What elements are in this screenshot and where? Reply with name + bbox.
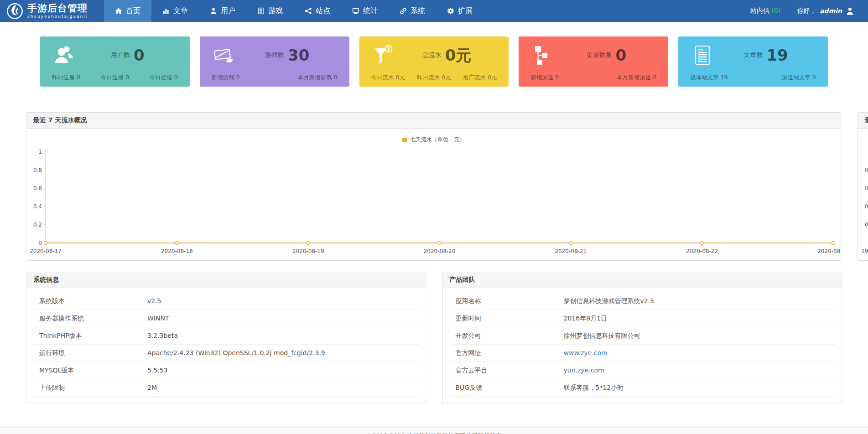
stat-card-substat: 昨日流水 0元 <box>417 74 451 82</box>
info-row: MYSQL版本5.5.53 <box>33 362 419 379</box>
share-icon <box>305 7 312 15</box>
legend-swatch <box>402 138 407 142</box>
logo[interactable]: 手游后台管理 shouyouhoutaiguanli <box>0 0 104 22</box>
messages-link[interactable]: 站内信 (0) <box>750 7 780 15</box>
info-panels-row: 系统信息系统版本v2.5服务器操作系统WINNTThinkPHP版本3.2.3b… <box>0 272 868 403</box>
stat-card-top: 用户数0 <box>51 42 179 68</box>
info-row-label: 更新时间 <box>450 315 564 323</box>
info-row-label: 开发公司 <box>450 332 564 340</box>
svg-text:0.2: 0.2 <box>865 222 868 228</box>
svg-text:1970-01-01: 1970-01-01 <box>861 248 868 254</box>
link-icon <box>400 7 407 15</box>
messages-count-badge: (0) <box>771 7 780 14</box>
nav-item-extend[interactable]: 扩展 <box>436 0 483 22</box>
stat-card-headline: 游戏数30 <box>236 47 338 63</box>
nav-item-label: 统计 <box>363 6 378 16</box>
stat-card-substats: 媒体站文章 19渠道站文章 0 <box>689 74 817 82</box>
monitor-icon <box>352 7 359 15</box>
info-body: 系统版本v2.5服务器操作系统WINNTThinkPHP版本3.2.3beta运… <box>26 288 426 403</box>
svg-text:0.4: 0.4 <box>33 203 42 210</box>
stat-card-substat: 今日注册 0 <box>101 74 129 82</box>
info-row-value: 5.5.53 <box>147 367 168 374</box>
stat-card-substats: 新增渠道 0本月新增渠道 0 <box>530 74 657 82</box>
nav-right: 站内信 (0) 你好，admin <box>750 0 868 22</box>
info-row-value: 梦创信息科技游戏管理系统v2.5 <box>564 297 655 305</box>
info-row: 运行环境Apache/2.4.23 (Win32) OpenSSL/1.0.2j… <box>33 345 419 362</box>
chart-body: 七天流水（单位：元）00.20.40.60.812020-08-172020-0… <box>26 129 841 260</box>
svg-text:2020-08-21: 2020-08-21 <box>555 248 587 254</box>
product-team-panel: 产品团队应用名称梦创信息科技游戏管理系统v2.5更新时间2016年8月1日开发公… <box>442 272 842 403</box>
stat-card-headline: 文章数19 <box>715 47 817 63</box>
svg-text:2020-08-23: 2020-08-23 <box>817 248 841 254</box>
nav-item-label: 系统 <box>411 6 425 16</box>
info-row-label: 官方云平台 <box>450 367 564 375</box>
chart-legend: 七天流水（单位：元） <box>26 136 841 144</box>
stat-card-headline: 总流水0元 <box>396 47 498 63</box>
svg-text:2020-08-17: 2020-08-17 <box>30 248 62 254</box>
info-row: BUG反馈联系客服，5*12小时 <box>450 379 835 397</box>
stat-card-label: 文章数 <box>743 51 763 59</box>
nav-item-system[interactable]: 系统 <box>389 0 436 22</box>
nav-item-site[interactable]: 站点 <box>294 0 341 22</box>
stat-card-substat: 新增渠道 0 <box>530 74 559 82</box>
logo-title: 手游后台管理 <box>27 3 88 13</box>
top-navbar: 手游后台管理 shouyouhoutaiguanli 首页文章用户游戏站点统计系… <box>0 0 868 22</box>
nav-item-article[interactable]: 文章 <box>151 0 199 22</box>
stat-card-top: 渠道数量0 <box>530 42 657 68</box>
info-row-label: BUG反馈 <box>450 384 564 392</box>
stat-card-top: ¥总流水0元 <box>370 42 498 68</box>
stat-card-headline: 渠道数量0 <box>555 47 657 63</box>
svg-text:0: 0 <box>38 240 42 246</box>
svg-text:2020-08-22: 2020-08-22 <box>686 248 718 254</box>
panel-title: 最近 7 天流水概况 <box>26 113 841 129</box>
nav-item-game[interactable]: 游戏 <box>246 0 294 22</box>
logo-text: 手游后台管理 shouyouhoutaiguanli <box>27 3 88 18</box>
gear-icon <box>447 7 454 15</box>
charts-row: 最近 7 天流水概况七天流水（单位：元）00.20.40.60.812020-0… <box>0 112 868 261</box>
stat-card-channels: 渠道数量0新增渠道 0本月新增渠道 0 <box>519 36 668 87</box>
stat-card-substats: 今日流水 0元昨日流水 0元推广流水 0元 <box>370 74 498 82</box>
svg-text:2020-08-20: 2020-08-20 <box>424 248 456 254</box>
stat-card-value: 0 <box>134 47 145 63</box>
mobile-game-icon <box>213 44 236 66</box>
stat-card-users: 用户数0昨日注册 0今日注册 0今日登陆 0 <box>40 36 190 87</box>
stat-card-articles: 文章数19媒体站文章 19渠道站文章 0 <box>678 36 828 87</box>
person-icon <box>210 7 217 15</box>
info-row-label: 应用名称 <box>450 297 564 305</box>
stat-card-substat: 推广流水 0元 <box>463 74 497 82</box>
stat-card-substats: 昨日注册 0今日注册 0今日登陆 0 <box>51 74 179 82</box>
nav-item-label: 用户 <box>221 6 235 16</box>
info-row-label: 上传限制 <box>33 384 147 392</box>
info-row: 官方网址www.zye.com <box>450 345 835 362</box>
svg-text:1: 1 <box>38 149 42 155</box>
stat-card-substat: 媒体站文章 19 <box>690 74 728 82</box>
nav-item-label: 首页 <box>126 6 140 16</box>
article-icon <box>691 44 715 66</box>
info-row-label: 运行环境 <box>33 349 147 357</box>
svg-text:0.6: 0.6 <box>33 185 42 191</box>
info-row-value: WINNT <box>147 315 169 322</box>
chart-body: 七天注册（单位：个）00.20.40.60.811970-01-01 <box>858 129 868 260</box>
sitemap-icon <box>531 44 555 66</box>
home-icon <box>115 7 122 15</box>
nav-menu: 首页文章用户游戏站点统计系统扩展 <box>104 0 483 22</box>
line-chart: 00.20.40.60.811970-01-01 <box>858 147 868 256</box>
username: admin <box>820 7 842 15</box>
line-chart: 00.20.40.60.812020-08-172020-08-182020-0… <box>26 147 841 256</box>
info-row: 应用名称梦创信息科技游戏管理系统v2.5 <box>450 293 835 310</box>
nav-item-stats[interactable]: 统计 <box>341 0 389 22</box>
svg-text:0.8: 0.8 <box>33 167 42 173</box>
nav-item-label: 游戏 <box>268 6 283 16</box>
stat-card-substats: 新增游戏 0本月新增游戏 0 <box>211 74 338 82</box>
info-row-link[interactable]: www.zye.com <box>564 349 608 356</box>
stat-card-value: 0 <box>615 47 626 63</box>
nav-item-user[interactable]: 用户 <box>199 0 246 22</box>
user-menu[interactable]: 你好，admin <box>797 7 854 16</box>
info-row-label: 官方网址 <box>450 349 564 357</box>
user-avatar-icon <box>846 7 854 16</box>
bar-chart-icon <box>162 7 170 15</box>
nav-item-home[interactable]: 首页 <box>104 0 151 22</box>
info-row-link[interactable]: yun.zye.com <box>564 367 604 374</box>
chart-panel-revenue: 最近 7 天流水概况七天流水（单位：元）00.20.40.60.812020-0… <box>26 112 841 261</box>
stat-card-revenue: ¥总流水0元今日流水 0元昨日流水 0元推广流水 0元 <box>359 36 509 87</box>
